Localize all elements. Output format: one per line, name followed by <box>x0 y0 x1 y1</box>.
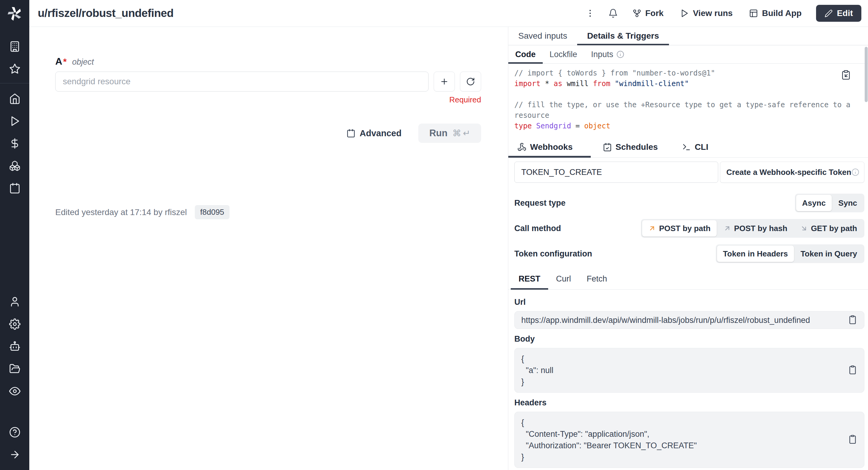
sidebar-variables-button[interactable] <box>6 134 24 153</box>
refresh-button[interactable] <box>460 71 481 92</box>
sidebar-folders-button[interactable] <box>6 360 24 378</box>
code-line: // import { toWords } from "number-to-wo… <box>514 68 856 79</box>
notifications-button[interactable] <box>606 6 620 21</box>
argument-input[interactable] <box>55 71 429 92</box>
headers-box: { "Content-Type": "application/json", "A… <box>514 412 864 468</box>
token-input[interactable] <box>514 162 718 183</box>
build-app-button[interactable]: Build App <box>745 5 806 21</box>
body-label: Body <box>508 334 868 344</box>
request-type-async[interactable]: Async <box>796 195 832 211</box>
run-label: Run <box>429 128 447 139</box>
token-configuration-row: Token configuration Token in Headers Tok… <box>508 244 868 263</box>
info-icon <box>616 51 624 58</box>
tab-rest[interactable]: REST <box>511 269 548 289</box>
request-type-sync[interactable]: Sync <box>832 195 863 211</box>
tab-webhooks[interactable]: Webhooks <box>508 136 591 157</box>
more-menu-button[interactable] <box>583 6 597 21</box>
plus-icon <box>440 77 449 86</box>
arrow-down-right-icon <box>800 224 808 232</box>
snippet-tabs: REST Curl Fetch <box>508 269 868 290</box>
bot-icon <box>9 341 21 352</box>
code-line: type Sendgrid = object <box>514 121 856 131</box>
add-resource-button[interactable] <box>434 71 455 92</box>
tab-schedules[interactable]: Schedules <box>591 136 670 157</box>
sidebar-favorites-button[interactable] <box>6 60 24 78</box>
build-app-label: Build App <box>762 8 802 18</box>
tab-curl[interactable]: Curl <box>548 269 579 289</box>
sidebar-resources-button[interactable] <box>6 157 24 175</box>
token-row: Create a Webhook-specific Token <box>508 162 868 183</box>
copy-url-button[interactable] <box>848 315 858 325</box>
scrollbar-thumb[interactable] <box>865 47 868 102</box>
copy-headers-button[interactable] <box>848 435 858 445</box>
gear-icon <box>9 318 21 330</box>
tab-cli[interactable]: CLI <box>670 136 720 157</box>
code-tabs: Code Lockfile Inputs <box>508 45 868 64</box>
run-form-pane: A * object Required <box>29 27 508 470</box>
sidebar-help-button[interactable] <box>6 423 24 441</box>
advanced-button[interactable]: Advanced <box>346 128 402 138</box>
pencil-icon <box>825 9 833 18</box>
schedules-tab-label: Schedules <box>616 142 658 152</box>
required-asterisk: * <box>63 57 67 67</box>
version-hash-badge[interactable]: f8d095 <box>195 205 230 219</box>
info-icon <box>851 168 859 177</box>
body-value: { "a": null } <box>521 353 553 387</box>
fork-label: Fork <box>645 8 664 18</box>
sidebar-workspace-button[interactable] <box>6 37 24 56</box>
dollar-icon <box>9 138 21 149</box>
request-type-row: Request type Async Sync <box>508 194 868 212</box>
tab-lockfile[interactable]: Lockfile <box>543 45 584 63</box>
token-in-query[interactable]: Token in Query <box>795 246 863 262</box>
create-webhook-token-button[interactable]: Create a Webhook-specific Token <box>720 162 864 183</box>
edit-button[interactable]: Edit <box>816 5 861 22</box>
sidebar-audit-button[interactable] <box>6 382 24 400</box>
trigger-tabs: Webhooks Schedules CLI <box>508 136 868 158</box>
page-title: u/rfiszel/robust_undefined <box>38 7 583 20</box>
sidebar-runs-button[interactable] <box>6 112 24 130</box>
call-method-post-by-hash[interactable]: POST by hash <box>717 220 794 237</box>
code-viewer: // import { toWords } from "number-to-wo… <box>508 64 868 136</box>
play-icon <box>680 9 689 18</box>
run-button[interactable]: Run ⌘ ↵ <box>418 124 481 143</box>
call-method-label: Call method <box>514 224 561 233</box>
call-method-toggle: POST by path POST by hash GET by path <box>641 219 864 238</box>
tab-code[interactable]: Code <box>508 45 543 63</box>
sidebar-users-button[interactable] <box>6 293 24 311</box>
sidebar-home-button[interactable] <box>6 90 24 108</box>
url-label: Url <box>508 297 868 307</box>
copy-body-button[interactable] <box>848 365 858 376</box>
sidebar-settings-button[interactable] <box>6 315 24 333</box>
call-method-post-by-path[interactable]: POST by path <box>642 220 716 237</box>
arrow-up-right-icon <box>723 224 731 232</box>
windmill-logo[interactable] <box>0 0 29 27</box>
fork-button[interactable]: Fork <box>628 5 668 21</box>
calendar-icon <box>346 129 355 138</box>
advanced-label: Advanced <box>360 128 402 138</box>
kebab-menu-icon <box>585 8 595 18</box>
panel-tabs: Saved inputs Details & Triggers <box>508 27 868 45</box>
token-in-headers[interactable]: Token in Headers <box>717 246 794 262</box>
tab-details-triggers[interactable]: Details & Triggers <box>577 27 669 45</box>
tab-saved-inputs[interactable]: Saved inputs <box>508 27 577 45</box>
calendar-icon <box>9 183 21 194</box>
arrow-right-icon <box>9 449 21 460</box>
token-configuration-toggle: Token in Headers Token in Query <box>716 244 864 263</box>
code-line: ​ <box>514 89 856 100</box>
post-by-hash-label: POST by hash <box>734 224 787 233</box>
tab-fetch[interactable]: Fetch <box>579 269 615 289</box>
sidebar-expand-button[interactable] <box>6 445 24 464</box>
folder-open-icon <box>9 363 21 375</box>
sidebar-workers-button[interactable] <box>6 337 24 355</box>
app-root: u/rfiszel/robust_undefined Fork View run… <box>0 0 868 470</box>
required-text: Required <box>449 95 481 104</box>
argument-label-row: A * object <box>55 56 481 68</box>
tab-inputs[interactable]: Inputs <box>584 45 631 63</box>
view-runs-button[interactable]: View runs <box>676 5 737 21</box>
sidebar-schedules-button[interactable] <box>6 179 24 197</box>
copy-code-button[interactable] <box>841 70 851 81</box>
call-method-get-by-path[interactable]: GET by path <box>794 220 863 237</box>
required-row: Required <box>55 95 481 104</box>
sidebar-bottom-group <box>6 421 24 466</box>
clipboard-copy-icon <box>841 70 851 80</box>
